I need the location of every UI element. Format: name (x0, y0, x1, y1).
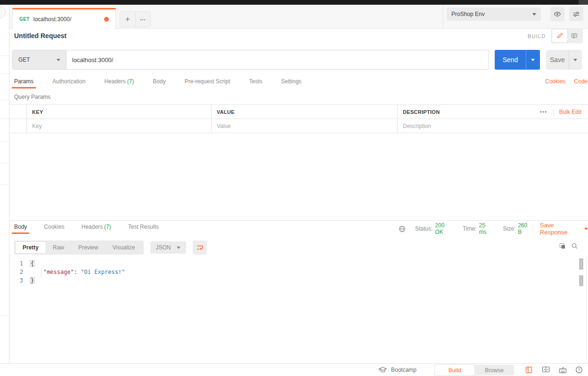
bulk-edit-link[interactable]: Bulk Edit (559, 109, 581, 115)
cookies-link[interactable]: Cookies (545, 78, 565, 85)
params-actions: ••• Bulk Edit (534, 105, 588, 119)
open-request-tab[interactable]: GET localhost:3000/ (12, 8, 116, 29)
row-handle-column (9, 105, 26, 119)
view-preview[interactable]: Preview (71, 242, 106, 253)
wrap-text-icon (196, 244, 204, 251)
request-links: Cookies Code (545, 78, 588, 85)
response-view-row: Pretty Raw Preview Visualize JSON (14, 240, 207, 255)
view-pretty[interactable]: Pretty (16, 242, 46, 253)
key-column-header: KEY (26, 105, 211, 119)
method-selector[interactable]: GET (13, 50, 66, 69)
response-tab-body[interactable]: Body (12, 221, 29, 234)
line-number: 1 (10, 259, 30, 268)
open-brace[interactable]: { (30, 260, 35, 267)
unsaved-dot-icon (104, 17, 109, 22)
params-more-button[interactable]: ••• (540, 110, 547, 114)
language-value: JSON (156, 244, 171, 251)
tab-params[interactable]: Params (12, 75, 36, 88)
scrollbar-thumb[interactable] (579, 275, 583, 286)
environment-selector[interactable]: ProShop Env (447, 8, 541, 21)
tab-tests[interactable]: Tests (246, 75, 264, 88)
indent-guide (41, 268, 41, 278)
build-toggle[interactable]: Build (435, 365, 474, 376)
changelog-button[interactable] (525, 366, 533, 374)
copy-response-button[interactable] (559, 242, 566, 249)
response-tab-headers[interactable]: Headers(7) (79, 221, 114, 234)
value-column-header: VALUE (211, 105, 397, 119)
bootcamp-label: Bootcamp (391, 367, 416, 373)
new-tab-button[interactable]: + (120, 12, 136, 27)
graduation-cap-icon (379, 367, 387, 373)
save-button-group: Save (546, 50, 582, 70)
line-number: 3 (10, 276, 30, 285)
param-key-input[interactable] (32, 123, 211, 129)
time-value: 25 ms (479, 222, 494, 235)
json-string-value: "Oi Express!" (81, 269, 125, 275)
time-label: Time: (463, 225, 477, 232)
send-button-group: Send (495, 50, 540, 70)
params-header-row: KEY VALUE DESCRIPTION ••• Bulk Edit (9, 104, 588, 119)
code-line: 1 { (10, 259, 575, 268)
save-button[interactable]: Save (546, 56, 569, 64)
wrap-text-button[interactable] (193, 240, 207, 255)
edit-mode-button[interactable] (552, 29, 567, 42)
environment-name: ProShop Env (451, 11, 485, 17)
tab-headers[interactable]: Headers(7) (102, 75, 136, 88)
globe-icon (399, 225, 406, 232)
response-tabs: Body Cookies Headers(7) Test Results (12, 221, 161, 234)
two-pane-view-button[interactable] (542, 366, 550, 373)
eye-icon (554, 10, 561, 18)
more-tabs-button[interactable]: ••• (136, 12, 151, 27)
response-meta: Status: 200 OK Time: 25 ms Size: 260 B S… (399, 221, 588, 237)
language-selector[interactable]: JSON (150, 241, 186, 254)
param-description-input[interactable] (403, 123, 534, 129)
response-tab-cookies[interactable]: Cookies (41, 221, 66, 234)
tab-pre-request-script[interactable]: Pre-request Script (182, 75, 233, 88)
response-body-viewer[interactable]: 1 { 2 "message": "Oi Express!" 3 } (10, 259, 575, 285)
headers-count-badge: (7) (127, 78, 134, 85)
window-top-bar-corner (579, 0, 588, 5)
chevron-down-icon (532, 13, 536, 16)
method-value: GET (18, 56, 30, 63)
code-line: 3 } (10, 276, 575, 285)
status-label: Status: (415, 225, 433, 232)
tab-settings[interactable]: Settings (279, 75, 304, 88)
param-value-input[interactable] (217, 123, 397, 129)
size-value: 260 B (518, 222, 532, 235)
row-handle[interactable] (9, 119, 26, 133)
url-input[interactable] (66, 50, 489, 69)
bootcamp-button[interactable]: Bootcamp (379, 364, 416, 376)
send-button[interactable]: Send (495, 56, 526, 64)
save-response-button[interactable]: Save Response (540, 222, 588, 236)
comments-button[interactable] (567, 29, 582, 42)
comment-icon (571, 32, 578, 39)
environment-quick-look-button[interactable] (550, 7, 564, 21)
query-params-title: Query Params (14, 94, 50, 100)
chevron-down-icon (177, 247, 180, 249)
pencil-icon (556, 32, 563, 39)
tab-body[interactable]: Body (150, 75, 168, 88)
code-link[interactable]: Code (574, 78, 588, 85)
book-panel-icon (525, 366, 533, 374)
sidebar-toggle-partial[interactable] (0, 6, 6, 18)
response-headers-count-badge: (7) (104, 224, 111, 230)
environment-settings-button[interactable] (569, 7, 583, 21)
help-button[interactable]: ? (575, 366, 583, 374)
params-table: KEY VALUE DESCRIPTION ••• Bulk Edit (9, 104, 588, 133)
view-raw[interactable]: Raw (46, 242, 71, 253)
close-brace[interactable]: } (30, 277, 35, 284)
search-response-button[interactable] (571, 242, 578, 249)
response-tab-test-results[interactable]: Test Results (126, 221, 161, 234)
tab-authorization[interactable]: Authorization (50, 75, 88, 88)
scrollbar-thumb[interactable] (579, 258, 583, 270)
description-column-header: DESCRIPTION (397, 105, 534, 119)
tab-actions: + ••• (120, 11, 151, 27)
view-visualize[interactable]: Visualize (106, 242, 142, 253)
save-options-button[interactable] (569, 50, 581, 70)
shortcuts-button[interactable] (559, 366, 567, 374)
code-line: 2 "message": "Oi Express!" (10, 268, 575, 276)
browse-toggle[interactable]: Browse (474, 365, 514, 376)
window-top-bar (0, 0, 588, 5)
chevron-down-icon (573, 59, 577, 61)
send-options-button[interactable] (526, 50, 539, 70)
